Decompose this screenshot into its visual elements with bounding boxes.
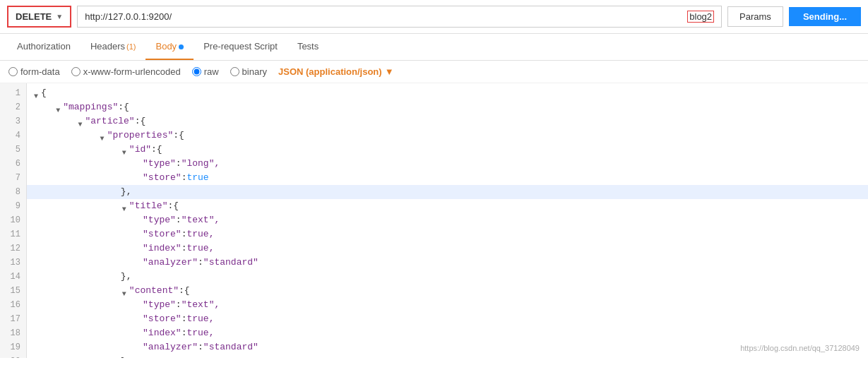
tab-authorization[interactable]: Authorization [7, 34, 81, 60]
json-chevron-icon: ▼ [385, 66, 394, 77]
method-chevron-icon: ▼ [56, 13, 63, 20]
fold-icon[interactable]: ▼ [121, 146, 128, 153]
request-tabs: Authorization Headers(1) Body Pre-reques… [0, 34, 868, 61]
url-prefix: http://127.0.0.1:9200/ [85, 11, 687, 22]
form-data-option[interactable]: form-data [8, 66, 60, 77]
tab-prerequest[interactable]: Pre-request Script [194, 34, 287, 60]
fold-icon[interactable]: ▼ [76, 118, 83, 125]
body-dot [179, 44, 184, 49]
urlencoded-option[interactable]: x-www-form-urlencoded [71, 66, 181, 77]
tab-body[interactable]: Body [145, 34, 194, 60]
line-numbers: 123456789101112131415161718192021 [0, 83, 27, 358]
code-area[interactable]: ▼{ ▼"mappings":{ ▼"article":{ ▼"properti… [27, 83, 868, 358]
editor-wrapper: 123456789101112131415161718192021 ▼{ ▼"m… [0, 83, 868, 358]
url-bar[interactable]: http://127.0.0.1:9200/blog2 [77, 6, 722, 28]
tab-tests[interactable]: Tests [287, 34, 328, 60]
raw-option[interactable]: raw [192, 66, 219, 77]
send-button[interactable]: Sending... [789, 7, 861, 26]
watermark: https://blog.csdn.net/qq_37128049 [740, 344, 860, 352]
top-bar: DELETE ▼ http://127.0.0.1:9200/blog2 Par… [0, 0, 868, 34]
tab-headers[interactable]: Headers(1) [81, 34, 146, 60]
code-editor[interactable]: 123456789101112131415161718192021 ▼{ ▼"m… [0, 83, 868, 358]
binary-option[interactable]: binary [230, 66, 267, 77]
fold-icon[interactable]: ▼ [121, 203, 128, 210]
json-type-select[interactable]: JSON (application/json) ▼ [278, 66, 394, 77]
url-highlight: blog2 [687, 11, 714, 23]
method-button[interactable]: DELETE ▼ [7, 6, 71, 28]
fold-icon[interactable]: ▼ [54, 104, 61, 111]
fold-icon[interactable]: ▼ [121, 287, 128, 294]
fold-icon[interactable]: ▼ [99, 132, 106, 139]
method-label: DELETE [16, 11, 52, 22]
params-button[interactable]: Params [727, 6, 783, 27]
fold-icon[interactable]: ▼ [32, 90, 40, 97]
body-options-row: form-data x-www-form-urlencoded raw bina… [0, 61, 868, 83]
